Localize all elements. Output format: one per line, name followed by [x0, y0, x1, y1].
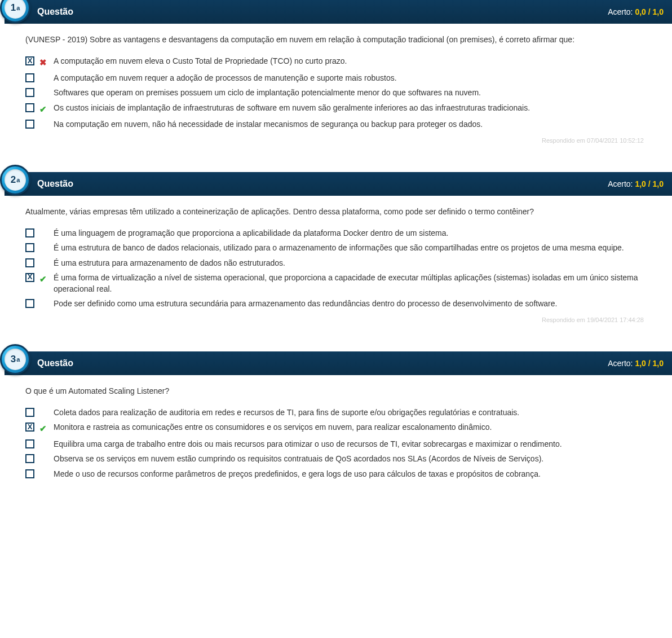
question-prompt: O que é um Automated Scaling Listener?	[25, 385, 649, 397]
score-total: 1,0	[653, 359, 664, 368]
score-label: Acerto:	[608, 7, 633, 16]
option-row: Softwares que operam on premises possuem…	[25, 87, 649, 98]
option-checkbox[interactable]	[25, 243, 34, 252]
option-row: É uma estrutura para armazenamento de da…	[25, 257, 649, 269]
option-text: Os custos iniciais de implantação de inf…	[54, 102, 649, 113]
question-score: Acerto: 1,0 / 1,0	[608, 179, 664, 188]
score-earned: 0,0	[635, 7, 646, 16]
score-earned: 1,0	[635, 359, 646, 368]
option-text: A computação em nuvem requer a adoção de…	[54, 72, 649, 83]
score-label: Acerto:	[608, 359, 633, 368]
question-block: 1aQuestãoAcerto: 0,0 / 1,0(VUNESP - 2019…	[0, 0, 672, 149]
option-text: É uma estrutura para armazenamento de da…	[54, 257, 649, 269]
option-text: Na computação em nuvem, não há necessida…	[54, 118, 649, 130]
option-text: Pode ser definido como uma estrutura sec…	[54, 298, 649, 309]
question-score: Acerto: 1,0 / 1,0	[608, 359, 664, 368]
option-text: Equilibra uma carga de trabalho entre do…	[54, 438, 649, 450]
question-header: 3aQuestãoAcerto: 1,0 / 1,0	[5, 351, 672, 375]
score-divider: /	[646, 179, 653, 188]
option-text: Coleta dados para realização de auditori…	[54, 407, 649, 418]
question-prompt: (VUNESP - 2019) Sobre as vantagens e des…	[25, 34, 649, 45]
question-header: 2aQuestãoAcerto: 1,0 / 1,0	[5, 172, 672, 196]
answered-timestamp: Respondido em 07/04/2021 10:52:12	[25, 137, 649, 144]
question-header: 1aQuestãoAcerto: 0,0 / 1,0	[5, 0, 672, 24]
option-row: É uma estrutura de banco de dados relaci…	[25, 242, 649, 253]
option-row: Observa se os serviços em nuvem estão cu…	[25, 453, 649, 464]
score-total: 1,0	[653, 179, 664, 188]
mark-right-icon: ✔	[38, 423, 48, 435]
option-checkbox[interactable]	[25, 469, 34, 478]
score-earned: 1,0	[635, 179, 646, 188]
score-label: Acerto:	[608, 179, 633, 188]
option-text: Mede o uso de recursos conforme parâmetr…	[54, 468, 649, 479]
question-number: 3a	[5, 349, 26, 370]
mark-right-icon: ✔	[38, 273, 48, 285]
option-row: X✔É uma forma de virtualização a nível d…	[25, 272, 649, 295]
option-row: X✔Monitora e rastreia as comunicações en…	[25, 421, 649, 435]
question-badge: 1a	[0, 0, 30, 23]
question-body: O que é um Automated Scaling Listener?Co…	[0, 375, 672, 489]
answered-timestamp: Respondido em 19/04/2021 17:44:28	[25, 316, 649, 323]
option-checkbox[interactable]	[25, 299, 34, 308]
option-text: Softwares que operam on premises possuem…	[54, 87, 649, 98]
question-badge: 3a	[0, 344, 30, 375]
option-checkbox[interactable]	[25, 120, 34, 129]
option-row: É uma linguagem de programação que propo…	[25, 227, 649, 239]
option-row: A computação em nuvem requer a adoção de…	[25, 72, 649, 83]
score-divider: /	[646, 359, 653, 368]
option-checkbox[interactable]	[25, 88, 34, 97]
option-checkbox[interactable]	[25, 454, 34, 463]
question-number: 1a	[5, 0, 26, 19]
option-checkbox[interactable]: X	[25, 423, 34, 432]
question-title: Questão	[37, 7, 73, 17]
option-checkbox[interactable]	[25, 258, 34, 267]
option-checkbox[interactable]	[25, 408, 34, 417]
option-row: Na computação em nuvem, não há necessida…	[25, 118, 649, 130]
question-block: 3aQuestãoAcerto: 1,0 / 1,0O que é um Aut…	[0, 351, 672, 489]
mark-right-icon: ✔	[38, 103, 48, 116]
question-body: (VUNESP - 2019) Sobre as vantagens e des…	[0, 24, 672, 149]
option-text: É uma estrutura de banco de dados relaci…	[54, 242, 649, 253]
score-total: 1,0	[653, 7, 664, 16]
option-row: Pode ser definido como uma estrutura sec…	[25, 298, 649, 309]
question-title: Questão	[37, 358, 73, 368]
question-score: Acerto: 0,0 / 1,0	[608, 7, 664, 16]
option-row: ✔Os custos iniciais de implantação de in…	[25, 102, 649, 116]
option-text: É uma forma de virtualização a nível de …	[54, 272, 649, 295]
mark-wrong-icon: ✖	[38, 56, 48, 69]
option-checkbox[interactable]: X	[25, 56, 34, 65]
option-row: Mede o uso de recursos conforme parâmetr…	[25, 468, 649, 479]
option-checkbox[interactable]	[25, 103, 34, 112]
option-checkbox[interactable]	[25, 228, 34, 237]
option-checkbox[interactable]: X	[25, 273, 34, 282]
question-prompt: Atualmente, várias empresas têm utilizad…	[25, 206, 649, 217]
option-text: Monitora e rastreia as comunicações entr…	[54, 421, 649, 433]
question-number: 2a	[5, 169, 26, 191]
option-text: Observa se os serviços em nuvem estão cu…	[54, 453, 649, 464]
option-row: X✖A computação em nuvem eleva o Custo To…	[25, 55, 649, 69]
option-row: Coleta dados para realização de auditori…	[25, 407, 649, 418]
option-row: Equilibra uma carga de trabalho entre do…	[25, 438, 649, 450]
option-checkbox[interactable]	[25, 439, 34, 448]
option-checkbox[interactable]	[25, 73, 34, 82]
question-title: Questão	[37, 179, 73, 189]
question-body: Atualmente, várias empresas têm utilizad…	[0, 196, 672, 329]
option-text: A computação em nuvem eleva o Custo Tota…	[54, 55, 649, 67]
score-divider: /	[646, 7, 653, 16]
question-badge: 2a	[0, 165, 30, 195]
option-text: É uma linguagem de programação que propo…	[54, 227, 649, 239]
question-block: 2aQuestãoAcerto: 1,0 / 1,0Atualmente, vá…	[0, 172, 672, 329]
